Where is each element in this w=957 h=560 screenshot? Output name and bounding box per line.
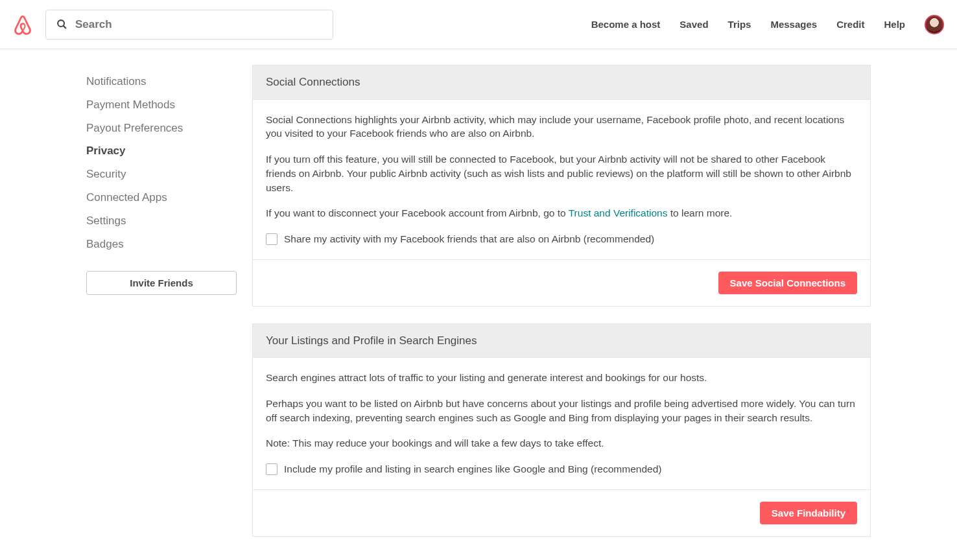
panel-social-connections: Social Connections Social Connections hi… bbox=[252, 65, 871, 307]
social-p2: If you turn off this feature, you will s… bbox=[266, 152, 857, 194]
sidebar-item-settings[interactable]: Settings bbox=[86, 209, 237, 233]
page-body: Notifications Payment Methods Payout Pre… bbox=[86, 49, 871, 560]
top-nav: Become a host Saved Trips Messages Credi… bbox=[591, 15, 944, 34]
svg-line-1 bbox=[64, 26, 66, 29]
social-p3-after: to learn more. bbox=[667, 207, 732, 218]
trust-and-verifications-link[interactable]: Trust and Verifications bbox=[569, 207, 668, 218]
nav-become-a-host[interactable]: Become a host bbox=[591, 18, 661, 31]
main-content: Social Connections Social Connections hi… bbox=[252, 65, 871, 560]
findability-p1: Search engines attract lots of traffic t… bbox=[266, 371, 857, 385]
nav-help[interactable]: Help bbox=[884, 18, 905, 31]
sidebar-item-payment-methods[interactable]: Payment Methods bbox=[86, 93, 237, 117]
sidebar-item-privacy[interactable]: Privacy bbox=[86, 139, 237, 163]
svg-point-0 bbox=[58, 20, 64, 27]
panel-header-findability: Your Listings and Profile in Search Engi… bbox=[253, 324, 870, 358]
social-p3-before: If you want to disconnect your Facebook … bbox=[266, 207, 569, 218]
invite-friends-button[interactable]: Invite Friends bbox=[86, 271, 237, 295]
social-checkbox-row: Share my activity with my Facebook frien… bbox=[266, 232, 857, 246]
findability-p3: Note: This may reduce your bookings and … bbox=[266, 436, 857, 450]
share-activity-label: Share my activity with my Facebook frien… bbox=[284, 232, 654, 246]
social-p1: Social Connections highlights your Airbn… bbox=[266, 113, 857, 141]
social-p3: If you want to disconnect your Facebook … bbox=[266, 206, 857, 220]
avatar[interactable] bbox=[925, 15, 944, 34]
share-activity-checkbox[interactable] bbox=[266, 233, 278, 245]
panel-body-findability: Search engines attract lots of traffic t… bbox=[253, 358, 870, 489]
top-header: Become a host Saved Trips Messages Credi… bbox=[0, 0, 957, 49]
save-social-connections-button[interactable]: Save Social Connections bbox=[718, 272, 857, 294]
nav-saved[interactable]: Saved bbox=[679, 18, 708, 31]
search-icon bbox=[56, 19, 67, 30]
include-profile-checkbox[interactable] bbox=[266, 463, 278, 475]
nav-messages[interactable]: Messages bbox=[770, 18, 817, 31]
findability-checkbox-row: Include my profile and listing in search… bbox=[266, 462, 857, 476]
nav-trips[interactable]: Trips bbox=[728, 18, 751, 31]
sidebar-item-payout-preferences[interactable]: Payout Preferences bbox=[86, 117, 237, 140]
airbnb-logo-icon bbox=[13, 14, 32, 35]
search-input[interactable] bbox=[75, 18, 322, 31]
nav-credit[interactable]: Credit bbox=[836, 18, 864, 31]
sidebar-item-notifications[interactable]: Notifications bbox=[86, 70, 237, 93]
panel-header-social: Social Connections bbox=[253, 65, 870, 100]
search-box[interactable] bbox=[45, 10, 333, 40]
panel-footer-findability: Save Findability bbox=[253, 489, 870, 536]
include-profile-label: Include my profile and listing in search… bbox=[284, 462, 661, 476]
sidebar-item-connected-apps[interactable]: Connected Apps bbox=[86, 186, 237, 209]
sidebar-item-badges[interactable]: Badges bbox=[86, 233, 237, 256]
sidebar: Notifications Payment Methods Payout Pre… bbox=[86, 65, 237, 560]
panel-footer-social: Save Social Connections bbox=[253, 259, 870, 306]
sidebar-item-security[interactable]: Security bbox=[86, 163, 237, 186]
panel-body-social: Social Connections highlights your Airbn… bbox=[253, 100, 870, 259]
findability-p2: Perhaps you want to be listed on Airbnb … bbox=[266, 397, 857, 425]
logo-area[interactable] bbox=[13, 14, 32, 35]
panel-findability: Your Listings and Profile in Search Engi… bbox=[252, 323, 871, 537]
save-findability-button[interactable]: Save Findability bbox=[760, 502, 857, 524]
